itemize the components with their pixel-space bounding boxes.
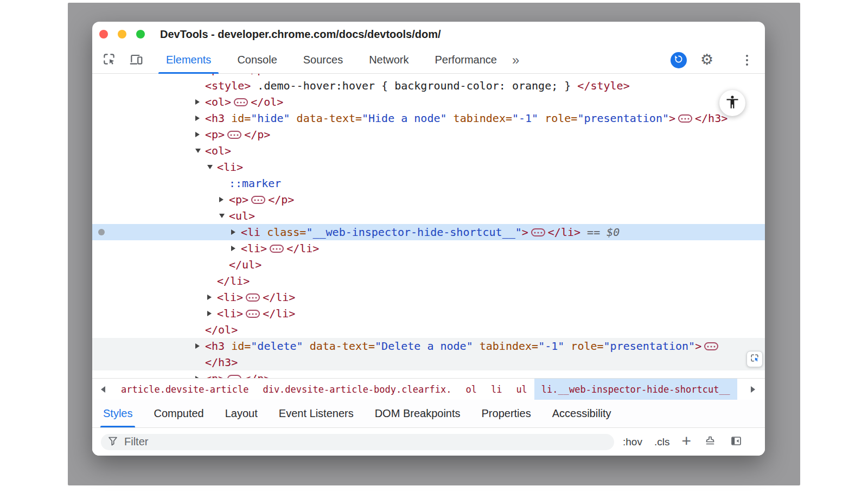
inspect-element-badge[interactable] bbox=[746, 351, 763, 367]
sidebar-toggle-icon bbox=[730, 435, 742, 449]
new-style-rule-button[interactable]: + bbox=[681, 433, 691, 449]
chevron-left-icon bbox=[101, 386, 105, 393]
code-token-tag: <p> bbox=[205, 74, 225, 76]
expand-arrow-icon[interactable] bbox=[207, 311, 212, 316]
ellipsis-expand-button[interactable] bbox=[270, 245, 284, 253]
more-tabs-button[interactable]: » bbox=[512, 48, 519, 73]
ellipsis-expand-button[interactable] bbox=[251, 196, 265, 204]
styles-toolbar-controls: :hov.cls + bbox=[623, 434, 743, 449]
breadcrumb-item[interactable]: ul bbox=[509, 379, 534, 400]
dom-tree-row[interactable]: <li> bbox=[92, 159, 765, 175]
ellipsis-expand-button[interactable] bbox=[227, 131, 241, 139]
tab-event-listeners[interactable]: Event Listeners bbox=[279, 400, 354, 427]
dom-tree-row[interactable]: <h3 id="hide" data-text="Hide a node" ta… bbox=[92, 110, 765, 126]
tab-computed[interactable]: Computed bbox=[154, 400, 203, 427]
dom-node-code: <p></p> bbox=[92, 74, 765, 78]
tab-elements[interactable]: Elements bbox=[153, 47, 224, 74]
inspect-button[interactable] bbox=[102, 53, 116, 67]
expand-arrow-icon[interactable] bbox=[219, 197, 224, 202]
more-options-button[interactable] bbox=[740, 53, 754, 67]
tab-performance[interactable]: Performance bbox=[422, 47, 510, 74]
tab-sources[interactable]: Sources bbox=[290, 47, 356, 74]
expand-arrow-icon[interactable] bbox=[195, 99, 200, 105]
tab-dom-breakpoints[interactable]: DOM Breakpoints bbox=[375, 400, 461, 427]
dom-tree-row[interactable]: </li> bbox=[92, 273, 765, 289]
tab-network[interactable]: Network bbox=[356, 47, 422, 74]
tab-styles[interactable]: Styles bbox=[103, 400, 132, 427]
expand-arrow-icon[interactable] bbox=[195, 116, 200, 121]
dom-node-code: <h3 id="delete" data-text="Delete a node… bbox=[92, 338, 765, 354]
dom-tree-row[interactable]: ::marker bbox=[92, 175, 765, 191]
screen-rotation-button[interactable] bbox=[671, 52, 687, 68]
expand-arrow-icon[interactable] bbox=[195, 376, 200, 378]
window-titlebar: DevTools - developer.chrome.com/docs/dev… bbox=[92, 22, 765, 47]
ellipsis-expand-button[interactable] bbox=[246, 293, 260, 302]
breadcrumb-item[interactable]: div.devsite-article-body.clearfix. bbox=[256, 379, 458, 400]
dom-tree-row[interactable]: <ol> bbox=[92, 143, 765, 159]
breadcrumbs-scroll-left-button[interactable] bbox=[92, 379, 114, 400]
tab-accessibility[interactable]: Accessibility bbox=[552, 400, 611, 427]
breadcrumb-item[interactable]: article.devsite-article bbox=[114, 379, 256, 400]
tab-properties[interactable]: Properties bbox=[482, 400, 531, 427]
dom-tree-row[interactable]: <p></p> bbox=[92, 126, 765, 143]
ellipsis-expand-button[interactable] bbox=[227, 375, 241, 378]
dom-tree-row[interactable]: <li class="__web-inspector-hide-shortcut… bbox=[92, 224, 765, 240]
dom-tree[interactable]: <p></p><style> .demo--hover:hover { back… bbox=[92, 74, 765, 378]
expand-arrow-icon[interactable] bbox=[195, 132, 200, 137]
dom-tree-row[interactable]: <p></p> bbox=[92, 370, 765, 378]
ellipsis-expand-button[interactable] bbox=[678, 114, 692, 123]
breadcrumb-item[interactable]: li bbox=[484, 379, 509, 400]
expand-arrow-icon[interactable] bbox=[231, 246, 235, 251]
filter-funnel-icon bbox=[107, 436, 118, 449]
accessibility-overlay-button[interactable] bbox=[719, 90, 745, 116]
kebab-menu-icon bbox=[746, 59, 748, 61]
dom-tree-row[interactable]: </ul> bbox=[92, 257, 765, 273]
dom-tree-row[interactable]: <p></p> bbox=[92, 191, 765, 208]
zoom-button[interactable] bbox=[136, 30, 145, 39]
breadcrumbs-scroll-right-button[interactable] bbox=[741, 379, 765, 400]
code-token-tag: </h3> bbox=[695, 112, 727, 125]
code-token-attr: data-text= bbox=[303, 340, 375, 353]
dom-node-code: <style> .demo--hover:hover { background-… bbox=[92, 78, 765, 94]
expand-arrow-icon[interactable] bbox=[195, 343, 200, 349]
ellipsis-expand-button[interactable] bbox=[246, 310, 260, 318]
computed-styles-button[interactable] bbox=[703, 435, 717, 449]
minimize-button[interactable] bbox=[118, 30, 126, 39]
dom-tree-row[interactable]: <ul> bbox=[92, 208, 765, 224]
settings-button[interactable]: ⚙︎ bbox=[700, 53, 714, 67]
dom-node-code: </ul> bbox=[92, 257, 765, 273]
dom-tree-row[interactable]: <ol></ol> bbox=[92, 94, 765, 110]
styles-toggle-cls[interactable]: .cls bbox=[654, 436, 670, 448]
dom-tree-row[interactable]: </h3> bbox=[92, 354, 765, 370]
breadcrumb-bar: article.devsite-articlediv.devsite-artic… bbox=[92, 378, 765, 400]
expand-arrow-icon[interactable] bbox=[231, 229, 235, 235]
ellipsis-expand-button[interactable] bbox=[704, 342, 718, 350]
styles-toggle-hov[interactable]: :hov bbox=[623, 436, 642, 448]
expand-arrow-icon[interactable] bbox=[207, 295, 212, 300]
breadcrumb-item[interactable]: li.__web-inspector-hide-shortcut__ bbox=[534, 379, 737, 400]
filter-field[interactable] bbox=[101, 434, 614, 450]
traffic-lights bbox=[99, 30, 145, 39]
device-toolbar-icon bbox=[129, 52, 143, 68]
dom-tree-row[interactable]: <p></p> bbox=[92, 74, 765, 78]
close-button[interactable] bbox=[99, 30, 108, 39]
ellipsis-expand-button[interactable] bbox=[234, 98, 248, 106]
code-token-attr: data-text= bbox=[290, 112, 362, 125]
tab-console[interactable]: Console bbox=[224, 47, 290, 74]
dom-tree-row[interactable]: <li></li> bbox=[92, 240, 765, 257]
device-toolbar-button[interactable] bbox=[129, 53, 143, 67]
dom-tree-row[interactable]: </ol> bbox=[92, 322, 765, 338]
dom-tree-row[interactable]: <style> .demo--hover:hover { background-… bbox=[92, 78, 765, 94]
ellipsis-expand-button[interactable] bbox=[531, 228, 545, 236]
code-token-tag: </li> bbox=[263, 307, 295, 320]
collapse-arrow-icon[interactable] bbox=[219, 214, 225, 218]
collapse-arrow-icon[interactable] bbox=[207, 165, 213, 169]
breadcrumb-item[interactable]: ol bbox=[458, 379, 483, 400]
filter-input[interactable] bbox=[123, 435, 608, 449]
dom-tree-row[interactable]: <li></li> bbox=[92, 289, 765, 305]
dom-tree-row[interactable]: <h3 id="delete" data-text="Delete a node… bbox=[92, 338, 765, 354]
collapse-arrow-icon[interactable] bbox=[195, 149, 201, 153]
tab-layout[interactable]: Layout bbox=[225, 400, 258, 427]
dom-tree-row[interactable]: <li></li> bbox=[92, 305, 765, 322]
sidebar-toggle-button[interactable] bbox=[729, 435, 743, 449]
